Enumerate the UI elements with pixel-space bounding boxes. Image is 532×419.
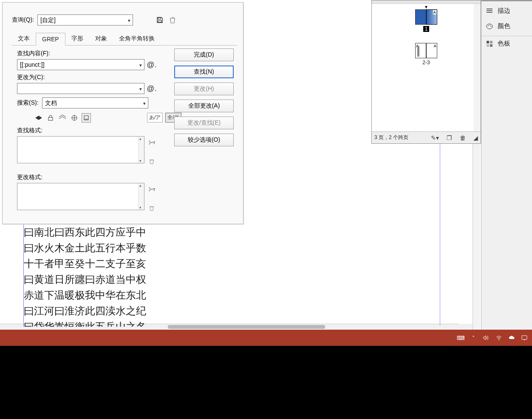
edit-page-icon[interactable]: ✎▾ bbox=[431, 134, 439, 141]
tab-fullhalf[interactable]: 全角半角转换 bbox=[113, 32, 161, 45]
text-line[interactable]: 曰江河曰淮济此四渎水之纪 bbox=[24, 303, 168, 319]
page-number-label: 1 bbox=[423, 26, 430, 32]
cloud-icon[interactable] bbox=[508, 334, 515, 341]
svg-rect-6 bbox=[487, 41, 489, 43]
kana-toggle[interactable]: あ/ア bbox=[147, 113, 163, 123]
find-change-dialog: 查询(Q): [自定] 文本 GREP 字形 对象 全角半角转换 查找内容(F)… bbox=[2, 2, 243, 224]
locked-layers-icon[interactable] bbox=[34, 113, 43, 123]
svg-point-5 bbox=[490, 26, 491, 26]
new-page-icon[interactable]: ❐ bbox=[447, 134, 452, 141]
keyboard-icon[interactable]: ⌨ bbox=[457, 334, 464, 341]
trash-icon[interactable]: 🗑 bbox=[460, 134, 466, 141]
change-to-input[interactable] bbox=[17, 83, 144, 94]
master-marker: A bbox=[434, 44, 437, 48]
tab-object[interactable]: 对象 bbox=[89, 32, 113, 45]
pages-scrollbar[interactable] bbox=[474, 4, 481, 131]
action-center-icon[interactable] bbox=[521, 334, 528, 341]
search-scope-value: 文档 bbox=[45, 100, 57, 106]
panel-swatches[interactable]: 色板 bbox=[481, 36, 532, 51]
tab-grep[interactable]: GREP bbox=[36, 33, 65, 46]
text-line[interactable]: 曰岱华嵩恒衡此五岳山之名 bbox=[24, 319, 168, 327]
change-all-button[interactable]: 全部更改(A) bbox=[174, 100, 234, 112]
svg-text:T: T bbox=[153, 188, 156, 192]
pages-panel-footer: 3 页，2 个跨页 ✎▾ ❐ 🗑 ◢ bbox=[372, 131, 481, 143]
master-marker: A bbox=[433, 10, 437, 14]
stroke-icon bbox=[486, 7, 493, 15]
query-dropdown[interactable]: [自定] bbox=[37, 14, 133, 26]
svg-point-4 bbox=[490, 24, 490, 25]
text-line[interactable]: 曰黄道日所躔曰赤道当中权 bbox=[24, 272, 168, 288]
svg-point-2 bbox=[487, 24, 492, 29]
text-line[interactable]: 赤道下温暖极我中华在东北 bbox=[24, 288, 168, 303]
change-format-label: 更改格式: bbox=[17, 174, 237, 181]
pages-panel-header[interactable] bbox=[372, 0, 481, 4]
pages-status: 3 页，2 个跨页 bbox=[374, 134, 408, 141]
panel-color[interactable]: 颜色 bbox=[481, 19, 532, 34]
page-thumb-left-blank[interactable] bbox=[415, 9, 426, 25]
page-thumb-2[interactable]: A bbox=[415, 43, 426, 58]
dialog-buttons: 完成(D) 查找(N) 更改(H) 全部更改(A) 更改/查找(E) 较少选项(… bbox=[174, 48, 234, 146]
svg-point-3 bbox=[488, 25, 489, 26]
svg-rect-1 bbox=[522, 336, 527, 339]
delete-query-icon[interactable] bbox=[168, 15, 177, 25]
panel-label: 描边 bbox=[498, 7, 510, 15]
panel-stroke[interactable]: 描边 bbox=[481, 3, 532, 19]
palette-icon bbox=[486, 23, 493, 30]
find-format-box[interactable] bbox=[17, 136, 144, 163]
side-panel-dock: 描边 颜色 色板 bbox=[481, 0, 532, 330]
find-what-input[interactable]: [[:punct:]] bbox=[17, 59, 144, 70]
change-button[interactable]: 更改(H) bbox=[174, 83, 234, 95]
svg-rect-9 bbox=[490, 44, 492, 47]
query-value: [自定] bbox=[40, 17, 56, 23]
page-thumb-1[interactable]: A bbox=[426, 9, 437, 25]
svg-rect-11 bbox=[158, 20, 161, 22]
windows-taskbar: ⌨ ˄ bbox=[0, 330, 532, 346]
svg-rect-7 bbox=[490, 41, 492, 43]
special-char-find-icon[interactable]: @. bbox=[147, 60, 156, 69]
clear-change-format-icon[interactable] bbox=[147, 203, 156, 213]
pages-panel: ▼ A 1 A A 2-3 3 页，2 个跨页 bbox=[371, 0, 481, 144]
search-scope-label: 搜索(S): bbox=[17, 99, 39, 107]
find-next-button[interactable]: 查找(N) bbox=[174, 66, 234, 78]
clear-find-format-icon[interactable] bbox=[147, 157, 156, 166]
pages-panel-body[interactable]: ▼ A 1 A A 2-3 bbox=[372, 4, 481, 131]
special-char-change-icon[interactable]: @. bbox=[147, 84, 156, 93]
fewer-options-button[interactable]: 较少选项(O) bbox=[174, 134, 234, 146]
panel-label: 色板 bbox=[498, 40, 510, 48]
caret-down-icon: ▼ bbox=[415, 5, 437, 9]
footnotes-icon[interactable] bbox=[82, 113, 91, 123]
specify-change-format-icon[interactable]: T bbox=[147, 185, 156, 194]
done-button[interactable]: 完成(D) bbox=[174, 48, 234, 61]
svg-point-0 bbox=[498, 339, 499, 340]
tab-glyph[interactable]: 字形 bbox=[65, 32, 89, 45]
locked-stories-icon[interactable] bbox=[46, 113, 55, 123]
wifi-icon[interactable] bbox=[495, 334, 502, 341]
text-line[interactable]: 曰南北曰西东此四方应乎中 bbox=[24, 225, 168, 240]
change-find-button[interactable]: 更改/查找(E) bbox=[174, 117, 234, 129]
black-region bbox=[0, 346, 532, 419]
hidden-layers-icon[interactable] bbox=[58, 113, 67, 123]
save-query-icon[interactable] bbox=[155, 15, 164, 25]
find-tabs: 文本 GREP 字形 对象 全角半角转换 bbox=[12, 32, 237, 46]
swatches-icon bbox=[486, 40, 493, 48]
change-format-box[interactable] bbox=[17, 183, 144, 210]
volume-icon[interactable] bbox=[483, 334, 490, 341]
text-line[interactable]: 十干者甲至癸十二支子至亥 bbox=[24, 256, 168, 272]
chevron-up-icon[interactable]: ˄ bbox=[470, 334, 477, 341]
document-text-frame[interactable]: 曰南北曰西东此四方应乎中 曰水火木金土此五行本乎数 十干者甲至癸十二支子至亥 曰… bbox=[23, 225, 168, 327]
hscroll-thumb[interactable] bbox=[168, 325, 325, 329]
panel-label: 颜色 bbox=[498, 22, 510, 30]
search-scope-dropdown[interactable]: 文档 bbox=[42, 97, 148, 108]
specify-find-format-icon[interactable]: T bbox=[147, 138, 156, 147]
svg-rect-8 bbox=[487, 44, 489, 47]
spread-label: 2-3 bbox=[415, 60, 437, 66]
svg-text:T: T bbox=[153, 141, 156, 145]
master-pages-icon[interactable] bbox=[70, 113, 79, 123]
page-thumb-3[interactable]: A bbox=[426, 43, 437, 58]
svg-rect-12 bbox=[48, 117, 53, 120]
text-line[interactable]: 曰水火木金土此五行本乎数 bbox=[24, 240, 168, 256]
resize-icon[interactable]: ◢ bbox=[473, 134, 478, 141]
query-label: 查询(Q): bbox=[12, 16, 34, 24]
find-what-value: [[:punct:]] bbox=[20, 61, 45, 68]
tab-text[interactable]: 文本 bbox=[12, 32, 36, 45]
